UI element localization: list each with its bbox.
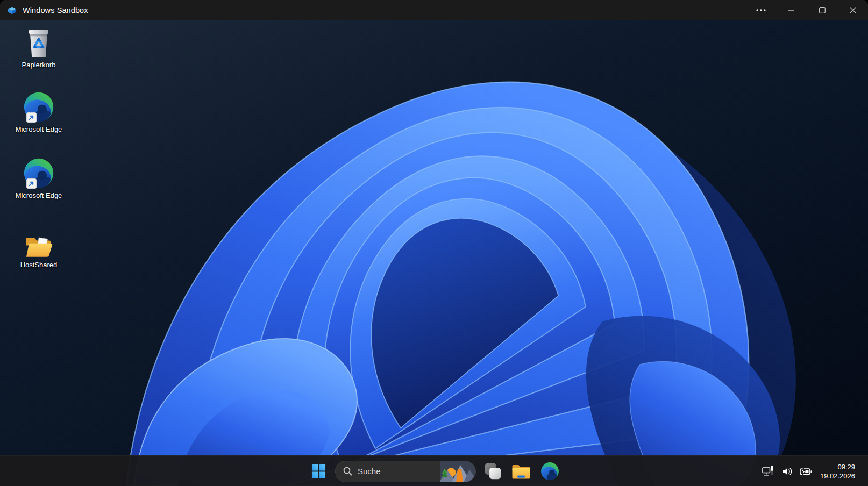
network-tray-button[interactable] (761, 461, 776, 482)
search-box[interactable]: Suche (335, 461, 476, 482)
desktop-icon-label: Microsoft Edge (16, 125, 62, 133)
task-view-button[interactable] (481, 460, 504, 483)
ellipsis-icon (756, 9, 766, 11)
clock-time: 09:29 (820, 462, 855, 471)
window-title: Windows Sandbox (23, 6, 88, 15)
volume-tray-button[interactable] (780, 461, 795, 482)
windows-sandbox-window: Windows Sandbox (0, 0, 868, 486)
desktop-icon-label: HostShared (20, 261, 58, 269)
file-explorer-button[interactable] (509, 460, 533, 483)
desktop-icon-papierkorb[interactable]: Papierkorb (8, 25, 70, 69)
titlebar[interactable]: Windows Sandbox (0, 0, 868, 20)
task-view-icon (484, 462, 502, 480)
close-button[interactable] (837, 0, 868, 20)
clock-date: 19.02.2026 (820, 471, 855, 481)
bloom-wallpaper (0, 20, 868, 486)
more-options-button[interactable] (745, 0, 776, 20)
start-button[interactable] (307, 460, 330, 483)
battery-charging-icon (800, 467, 813, 476)
edge-taskbar-button[interactable] (538, 460, 561, 483)
shortcut-arrow-icon (26, 112, 37, 123)
ethernet-network-icon (762, 466, 774, 477)
recycle-bin-icon (26, 28, 51, 58)
folder-icon (511, 463, 531, 480)
windows-logo-icon (311, 464, 326, 478)
search-highlight-image[interactable] (440, 461, 475, 482)
desktop-icon-hostshared[interactable]: HostShared (8, 225, 70, 269)
folder-open-icon (25, 234, 53, 258)
taskbar-clock[interactable]: 09:29 19.02.2026 (820, 462, 855, 481)
desktop-icon-edge-1[interactable]: Microsoft Edge (8, 89, 70, 133)
minimize-button[interactable] (776, 0, 807, 20)
edge-icon (540, 462, 559, 481)
volume-icon (782, 466, 793, 477)
maximize-icon (819, 7, 826, 13)
close-icon (850, 7, 856, 13)
desktop-icon-edge-2[interactable]: Microsoft Edge (8, 155, 70, 199)
search-icon (343, 467, 352, 476)
desktop-icon-label: Microsoft Edge (16, 191, 62, 199)
search-placeholder: Suche (358, 467, 440, 476)
battery-tray-button[interactable] (799, 461, 814, 482)
desktop[interactable]: Papierkorb Microsoft Edge (0, 20, 868, 486)
taskbar: Suche (0, 455, 868, 486)
shortcut-arrow-icon (26, 178, 37, 189)
minimize-icon (788, 10, 794, 11)
bing-daily-scene-icon (440, 461, 475, 482)
maximize-button[interactable] (807, 0, 837, 20)
desktop-icon-label: Papierkorb (22, 61, 56, 69)
windows-sandbox-icon (7, 5, 17, 16)
